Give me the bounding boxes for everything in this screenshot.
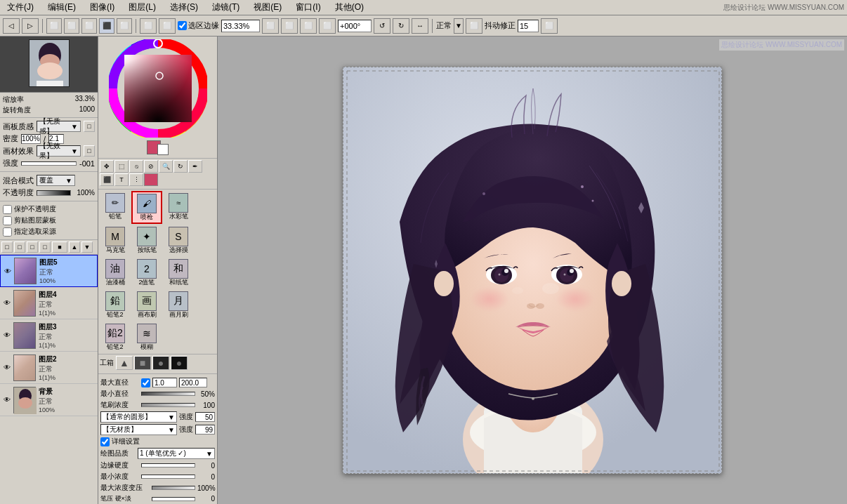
layer-list[interactable]: 👁 图层5 正常 100% 👁 图层4 正常 1(1)%: [0, 255, 98, 504]
brush-washi[interactable]: 和 和纸笔: [163, 257, 194, 289]
brush-shape-circle1[interactable]: ●: [152, 356, 169, 370]
background-color-swatch[interactable]: [157, 144, 169, 155]
quality-dropdown[interactable]: 【无质感】▼: [37, 121, 81, 132]
strength-slider[interactable]: [21, 161, 77, 166]
brush-blur[interactable]: ≋ 模糊: [131, 321, 162, 353]
max-density-slider[interactable]: [152, 486, 195, 490]
zoom-btn-3[interactable]: ⬜: [300, 18, 317, 34]
selection-edge-checkbox[interactable]: [178, 21, 187, 30]
brush-shape-triangle[interactable]: ▲: [116, 356, 133, 370]
toolbar-btn-5[interactable]: ⬜: [81, 18, 97, 34]
blend-mode-btn[interactable]: ▼: [454, 18, 464, 34]
menu-other[interactable]: 其他(O): [331, 0, 368, 15]
brush-moon[interactable]: 月 画月刷: [163, 289, 194, 321]
layer-add-group-btn[interactable]: □: [14, 241, 25, 253]
min-density-slider[interactable]: [141, 475, 195, 479]
opacity-slider[interactable]: [37, 190, 71, 196]
tool-select-magic[interactable]: ⊘: [144, 160, 158, 173]
menu-select[interactable]: 选择(S): [166, 0, 202, 15]
toolbar-btn-6[interactable]: ⬛: [99, 18, 114, 34]
zoom-btn-2[interactable]: ⬜: [281, 18, 298, 34]
menu-window[interactable]: 窗口(I): [291, 0, 324, 15]
menu-view[interactable]: 视图(E): [249, 0, 286, 15]
brush-shape-circle2[interactable]: ●: [171, 356, 188, 370]
layer-item-4[interactable]: 👁 图层4 正常 1(1)%: [0, 287, 98, 319]
edge-hardness-slider[interactable]: [141, 463, 195, 467]
brush-oilpaint[interactable]: 油 油漆桶: [100, 257, 131, 289]
cb-select-source[interactable]: [3, 227, 12, 237]
tool-zoom[interactable]: 🔍: [159, 160, 173, 173]
rot-btn-1[interactable]: ↺: [374, 18, 390, 34]
tool-eyedrop[interactable]: ✒: [188, 160, 202, 173]
brush-watercolor[interactable]: ≈ 水彩笔: [163, 191, 194, 224]
texture-dropdown[interactable]: 【无材质】▼: [100, 424, 177, 435]
layer-item-3[interactable]: 👁 图层3 正常 1(1)%: [0, 319, 98, 352]
brush-airbrush[interactable]: 🖌 喷枪: [131, 191, 162, 224]
tool-fill[interactable]: ⬛: [100, 173, 114, 186]
detail-settings-cb[interactable]: [100, 437, 110, 446]
rot-btn-3[interactable]: ↔: [412, 18, 428, 34]
layer-move-up-btn[interactable]: ▲: [69, 241, 80, 253]
canvas-area[interactable]: 思绘设计论坛 WWW.MISSYUAN.COM: [218, 37, 847, 504]
density-slider[interactable]: [141, 403, 195, 407]
layer-eye-2[interactable]: 👁: [2, 363, 12, 373]
toolbar-extra-1[interactable]: ⬜: [466, 18, 482, 34]
brush-canvas[interactable]: 画 画布刷: [131, 289, 162, 321]
brush-press[interactable]: ✦ 按纸笔: [131, 225, 162, 256]
tool-extra[interactable]: ⋮: [129, 173, 143, 186]
max-diam-input2[interactable]: [179, 378, 207, 387]
tool-text[interactable]: T: [114, 173, 129, 186]
stabilizer-btn[interactable]: ⬜: [541, 18, 558, 34]
toolbar-btn-7[interactable]: ⬜: [117, 18, 132, 34]
zoom-input[interactable]: [221, 20, 260, 32]
max-diam-check[interactable]: [141, 378, 150, 387]
texture-strength-val[interactable]: [195, 425, 215, 435]
quality-val-dropdown[interactable]: 1 (单笔优先 ✓)▼: [138, 448, 215, 459]
layer-eye-3[interactable]: 👁: [2, 331, 12, 340]
tool-rotate[interactable]: ↻: [173, 160, 188, 173]
brush-binary[interactable]: 2 2值笔: [131, 257, 162, 289]
layer-item-2[interactable]: 👁 图层2 正常 1(1)%: [0, 352, 98, 384]
toolbar-btn-2[interactable]: ▷: [22, 18, 39, 34]
selection-edge-check[interactable]: 选区边缘: [178, 20, 219, 31]
layer-item-5[interactable]: 👁 图层5 正常 100%: [0, 255, 98, 287]
quality-btn[interactable]: □: [84, 121, 95, 132]
menu-file[interactable]: 文件(J): [3, 0, 38, 15]
rotation-input[interactable]: [338, 20, 372, 32]
layer-eye-5[interactable]: 👁: [3, 266, 13, 276]
brush-select[interactable]: S 选择摸: [163, 225, 194, 256]
toolbar-btn-3[interactable]: ⬜: [46, 18, 62, 34]
toolbar-btn-4[interactable]: ⬜: [64, 18, 79, 34]
menu-filter[interactable]: 滤镜(T): [208, 0, 244, 15]
brush-effect-dropdown[interactable]: 【无效果】▼: [37, 145, 81, 157]
zoom-btn-1[interactable]: ⬜: [262, 18, 279, 34]
brush-pencil3[interactable]: 鉛2 铅笔2: [100, 321, 131, 353]
zoom-btn-4[interactable]: ⬜: [319, 18, 336, 34]
menu-edit[interactable]: 编辑(E): [44, 0, 80, 15]
brush-shape-square[interactable]: ■: [134, 356, 151, 370]
layer-delete-btn[interactable]: □: [39, 241, 51, 253]
menu-image[interactable]: 图像(I): [86, 0, 119, 15]
layer-item-1[interactable]: 👁 背景 正常 100%: [0, 384, 98, 416]
layer-eye-1[interactable]: 👁: [2, 395, 12, 405]
toolbar-btn-8[interactable]: ⬜: [140, 18, 157, 34]
tool-move[interactable]: ✥: [100, 160, 114, 173]
brush-pressure-slider[interactable]: [152, 497, 195, 501]
brush-marker[interactable]: M 马克笔: [100, 225, 131, 256]
toolbar-btn-1[interactable]: ◁: [3, 18, 20, 34]
tool-select-rect[interactable]: ⬚: [114, 160, 129, 173]
shape-dropdown[interactable]: 【通常的圆形】▼: [100, 411, 177, 423]
tool-color-preview[interactable]: [144, 173, 158, 186]
rot-btn-2[interactable]: ↻: [393, 18, 409, 34]
min-diam-slider[interactable]: [141, 392, 195, 396]
main-canvas[interactable]: [343, 67, 722, 474]
layer-move-down-btn[interactable]: ▼: [81, 241, 93, 253]
brush-effect-btn[interactable]: □: [84, 145, 95, 157]
brush-pencil2[interactable]: 鉛 铅笔2: [100, 289, 131, 321]
layer-merge-btn[interactable]: ■: [52, 241, 67, 253]
shape-strength-val[interactable]: [195, 412, 215, 422]
blend-mode-dropdown[interactable]: 覆盖▼: [37, 175, 75, 186]
max-diam-input1[interactable]: [152, 378, 177, 387]
stabilizer-input[interactable]: [518, 20, 539, 32]
tool-select-lasso[interactable]: ⍉: [129, 160, 143, 173]
